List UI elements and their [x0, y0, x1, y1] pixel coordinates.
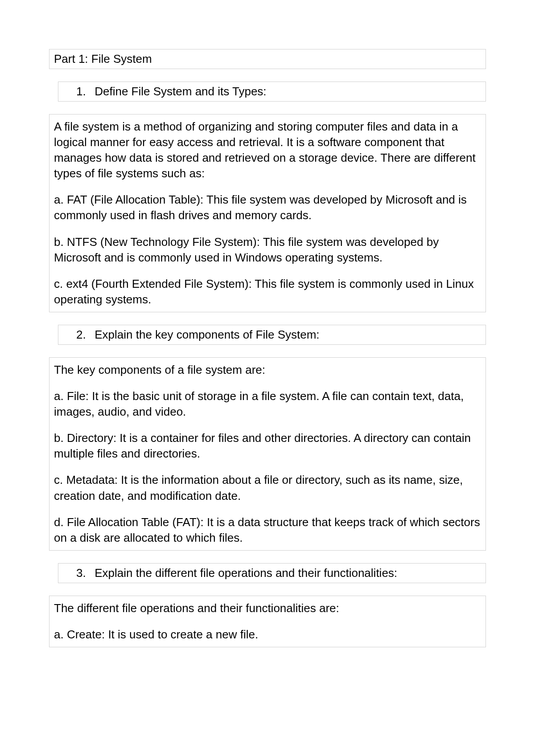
paragraph: c. ext4 (Fourth Extended File System): T…: [54, 276, 481, 307]
paragraph: b. Directory: It is a container for file…: [54, 430, 481, 462]
paragraph: The key components of a file system are:: [54, 362, 481, 378]
paragraph: a. Create: It is used to create a new fi…: [54, 627, 481, 642]
paragraph: a. File: It is the basic unit of storage…: [54, 388, 481, 420]
section-heading-3: 3. Explain the different file operations…: [58, 563, 486, 583]
section-number: 2.: [76, 328, 91, 342]
section-heading-text: Define File System and its Types:: [95, 85, 266, 98]
section-content-3: The different file operations and their …: [49, 596, 486, 647]
paragraph: d. File Allocation Table (FAT): It is a …: [54, 515, 481, 546]
paragraph: c. Metadata: It is the information about…: [54, 472, 481, 503]
section-heading-2: 2. Explain the key components of File Sy…: [58, 325, 486, 345]
paragraph: a. FAT (File Allocation Table): This fil…: [54, 192, 481, 223]
part-title: Part 1: File System: [49, 49, 486, 69]
section-heading-1: 1. Define File System and its Types:: [58, 82, 486, 102]
section-heading-text: Explain the key components of File Syste…: [95, 328, 319, 341]
section-heading-text: Explain the different file operations an…: [95, 566, 397, 580]
paragraph: The different file operations and their …: [54, 601, 481, 616]
section-content-1: A file system is a method of organizing …: [49, 114, 486, 312]
paragraph: b. NTFS (New Technology File System): Th…: [54, 234, 481, 266]
section-number: 1.: [76, 85, 91, 98]
section-number: 3.: [76, 566, 91, 580]
section-content-2: The key components of a file system are:…: [49, 357, 486, 551]
paragraph: A file system is a method of organizing …: [54, 119, 481, 181]
